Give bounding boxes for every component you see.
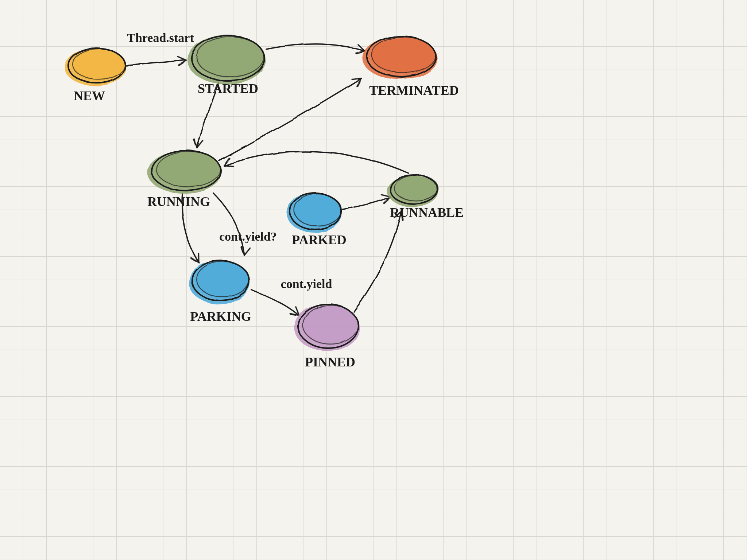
e-new-started-label: Thread.start bbox=[127, 31, 194, 44]
state-runnable: RUNNABLE bbox=[387, 175, 464, 220]
state-running: RUNNING bbox=[147, 151, 222, 209]
state-new: NEW bbox=[65, 48, 126, 103]
state-label-new: NEW bbox=[74, 89, 105, 103]
e-runnable-running bbox=[222, 152, 409, 173]
e-parking-pinned-label: cont.yield bbox=[281, 277, 332, 291]
state-terminated: TERMINATED bbox=[362, 36, 458, 98]
state-pinned: PINNED bbox=[294, 304, 359, 369]
state-diagram: NEWSTARTEDTERMINATEDRUNNINGPARKEDRUNNABL… bbox=[0, 0, 747, 560]
state-label-running: RUNNING bbox=[147, 194, 210, 209]
e-parking-pinned bbox=[252, 290, 302, 319]
state-label-started: STARTED bbox=[198, 81, 258, 96]
state-parking: PARKING bbox=[189, 261, 251, 324]
e-running-parking-2-label: cont.yield? bbox=[219, 230, 277, 243]
state-parked: PARKED bbox=[286, 193, 346, 247]
e-running-parking-2 bbox=[213, 193, 250, 256]
state-label-terminated: TERMINATED bbox=[369, 83, 458, 98]
e-pinned-runnable bbox=[354, 210, 405, 312]
state-label-pinned: PINNED bbox=[305, 355, 355, 369]
e-parked-runnable bbox=[341, 192, 391, 210]
state-label-parking: PARKING bbox=[190, 309, 251, 324]
e-started-terminated bbox=[266, 44, 366, 55]
state-started: STARTED bbox=[187, 35, 266, 96]
state-label-parked: PARKED bbox=[292, 233, 346, 247]
state-label-runnable: RUNNABLE bbox=[390, 205, 464, 220]
e-new-started bbox=[126, 56, 186, 66]
